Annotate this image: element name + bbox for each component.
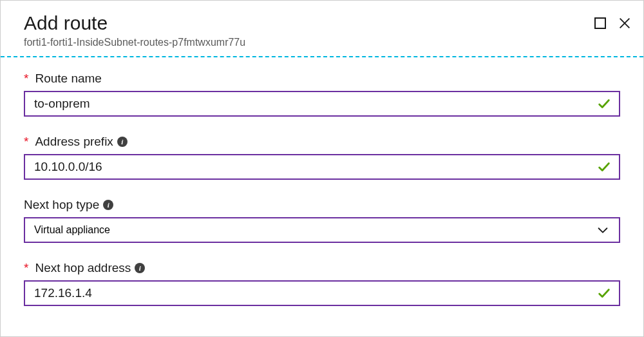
next-hop-address-label: * Next hop address i — [24, 261, 620, 275]
next-hop-type-value: Virtual appliance — [34, 224, 110, 236]
maximize-icon[interactable] — [594, 17, 606, 29]
next-hop-address-input-wrap — [24, 280, 620, 306]
panel-header: Add route forti1-forti1-InsideSubnet-rou… — [1, 1, 643, 48]
chevron-down-icon — [596, 223, 610, 237]
required-indicator: * — [24, 135, 28, 149]
info-icon[interactable]: i — [103, 200, 113, 210]
required-indicator: * — [24, 261, 28, 275]
close-icon[interactable] — [618, 16, 632, 30]
info-icon[interactable]: i — [117, 137, 128, 147]
header-row: Add route forti1-forti1-InsideSubnet-rou… — [24, 12, 620, 48]
next-hop-address-input[interactable] — [34, 286, 610, 300]
next-hop-type-label-text: Next hop type — [24, 198, 99, 212]
route-name-label-text: Route name — [35, 72, 102, 86]
address-prefix-label: * Address prefix i — [24, 135, 620, 149]
next-hop-type-label: Next hop type i — [24, 198, 620, 212]
page-title: Add route — [24, 12, 245, 34]
route-name-group: * Route name — [24, 72, 620, 117]
next-hop-address-group: * Next hop address i — [24, 261, 620, 306]
route-name-input[interactable] — [34, 97, 610, 111]
route-name-input-wrap — [24, 91, 620, 117]
route-name-label: * Route name — [24, 72, 620, 86]
required-indicator: * — [24, 72, 28, 86]
next-hop-address-label-text: Next hop address — [35, 261, 131, 275]
address-prefix-group: * Address prefix i — [24, 135, 620, 180]
info-icon[interactable]: i — [135, 263, 145, 273]
header-actions — [594, 12, 620, 30]
next-hop-type-group: Next hop type i Virtual appliance — [24, 198, 620, 243]
address-prefix-input[interactable] — [34, 160, 610, 174]
form-area: * Route name * Address prefix i Next hop… — [1, 57, 643, 306]
header-titles: Add route forti1-forti1-InsideSubnet-rou… — [24, 12, 245, 48]
address-prefix-label-text: Address prefix — [35, 135, 113, 149]
page-subtitle: forti1-forti1-InsideSubnet-routes-p7fmtw… — [24, 37, 245, 48]
address-prefix-input-wrap — [24, 154, 620, 180]
next-hop-type-select[interactable]: Virtual appliance — [24, 217, 620, 243]
